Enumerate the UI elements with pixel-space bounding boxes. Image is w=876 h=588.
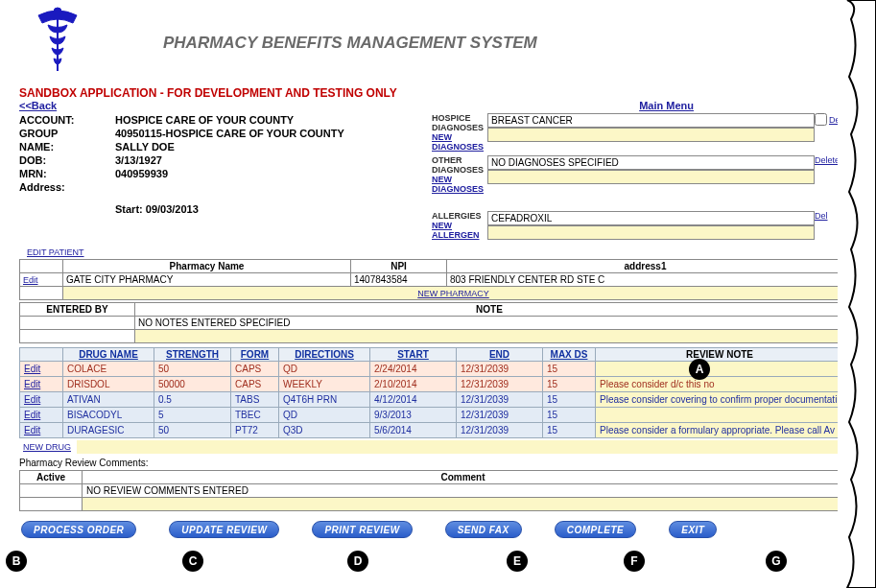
print-review-button[interactable]: PRINT REVIEW xyxy=(312,521,412,538)
pharmacy-addr-header: address1 xyxy=(447,260,844,273)
drug-strength: 5 xyxy=(154,408,231,423)
drug-table: DRUG NAME STRENGTH FORM DIRECTIONS START… xyxy=(19,347,844,438)
drug-form: TABS xyxy=(231,392,279,408)
callout-b: B xyxy=(6,551,27,572)
drug-maxds: 15 xyxy=(543,392,596,408)
name-value: SALLY DOE xyxy=(115,141,175,153)
allergies-empty xyxy=(487,225,815,240)
drug-row: EditCOLACE50CAPSQD2/24/201412/31/203915 xyxy=(20,362,844,377)
allergies-label: ALLERGIES xyxy=(432,211,482,221)
drug-end: 12/31/2039 xyxy=(457,408,543,423)
other-dx-label: OTHER DIAGNOSES xyxy=(432,155,484,175)
pharmacy-table: Pharmacy Name NPI address1 Edit GATE CIT… xyxy=(19,259,844,300)
other-dx-value: NO DIAGNOSES SPECIFIED xyxy=(487,155,815,170)
notes-none: NO NOTES ENTERED SPECIFIED xyxy=(135,317,844,330)
new-other-dx-link[interactable]: NEW DIAGNOSES xyxy=(432,175,484,194)
exit-button[interactable]: EXIT xyxy=(669,521,717,538)
send-fax-button[interactable]: SEND FAX xyxy=(445,521,522,538)
edit-patient-link[interactable]: EDIT PATIENT xyxy=(27,247,84,257)
notes-table: ENTERED BY NOTE NO NOTES ENTERED SPECIFI… xyxy=(19,302,844,343)
strength-header[interactable]: STRENGTH xyxy=(166,349,219,360)
new-drug-link[interactable]: NEW DRUG xyxy=(23,442,71,452)
drug-edit-link[interactable]: Edit xyxy=(24,379,40,389)
drug-start: 2/10/2014 xyxy=(370,377,457,392)
drug-review-note: Please consider a formulary appropriate.… xyxy=(596,423,844,438)
other-dx-delete[interactable]: Delete xyxy=(815,155,840,165)
directions-header[interactable]: DIRECTIONS xyxy=(295,349,354,360)
drug-directions: QD xyxy=(279,362,370,377)
callout-g: G xyxy=(766,551,787,572)
process-order-button[interactable]: PROCESS ORDER xyxy=(21,521,136,538)
new-drug-input[interactable] xyxy=(77,440,853,454)
form-header[interactable]: FORM xyxy=(241,349,269,360)
hospice-dx-checkbox[interactable] xyxy=(815,113,827,126)
drug-form: CAPS xyxy=(231,377,279,392)
system-title: PHARMACY BENEFITS MANAGEMENT SYSTEM xyxy=(163,34,537,53)
start-date: Start: 09/03/2013 xyxy=(115,203,199,215)
drug-directions: Q3D xyxy=(279,423,370,438)
comment-header: Comment xyxy=(83,471,844,484)
drug-review-note: Please consider d/c this no xyxy=(596,377,844,392)
comments-table: Active Comment NO REVIEW COMMENTS ENTERE… xyxy=(19,470,844,511)
pharmacy-npi-value: 1407843584 xyxy=(351,273,447,287)
complete-button[interactable]: COMPLETE xyxy=(555,521,637,538)
drug-strength: 50 xyxy=(154,362,231,377)
drug-name: DRISDOL xyxy=(63,377,154,392)
drug-name: BISACODYL xyxy=(63,408,154,423)
allergies-value: CEFADROXIL xyxy=(487,211,815,225)
group-label: GROUP xyxy=(19,128,115,139)
end-header[interactable]: END xyxy=(489,349,509,360)
drug-strength: 0.5 xyxy=(154,392,231,408)
drug-start: 4/12/2014 xyxy=(370,392,457,408)
drug-review-note xyxy=(596,362,844,377)
new-pharmacy-link[interactable]: NEW PHARMACY xyxy=(417,289,489,298)
callout-e: E xyxy=(507,551,528,572)
drug-edit-link[interactable]: Edit xyxy=(24,425,40,435)
drug-maxds: 15 xyxy=(543,408,596,423)
back-link[interactable]: <<Back xyxy=(19,100,57,111)
max-ds-header[interactable]: MAX DS xyxy=(551,349,588,360)
drug-edit-link[interactable]: Edit xyxy=(24,364,40,374)
drug-form: TBEC xyxy=(231,408,279,423)
comments-none: NO REVIEW COMMENTS ENTERED xyxy=(83,484,844,498)
mrn-label: MRN: xyxy=(19,168,115,179)
drug-directions: QD xyxy=(279,408,370,423)
allergies-delete[interactable]: Del xyxy=(815,211,828,221)
pharmacy-addr-value: 803 FRIENDLY CENTER RD STE C xyxy=(447,273,844,287)
caduceus-logo xyxy=(29,4,86,82)
drug-start: 2/24/2014 xyxy=(370,362,457,377)
group-value: 40950115-HOSPICE CARE OF YOUR COUNTY xyxy=(115,128,344,139)
drug-end: 12/31/2039 xyxy=(457,392,543,408)
review-comments-title: Pharmacy Review Comments: xyxy=(0,456,876,468)
dob-label: DOB: xyxy=(19,154,115,166)
hospice-dx-empty xyxy=(487,128,815,142)
drug-maxds: 15 xyxy=(543,362,596,377)
mrn-value: 040959939 xyxy=(115,168,168,179)
drug-review-note: Please consider covering to confirm prop… xyxy=(596,392,844,408)
callout-f: F xyxy=(624,551,645,572)
drug-edit-link[interactable]: Edit xyxy=(24,410,40,420)
drug-maxds: 15 xyxy=(543,423,596,438)
main-menu-link[interactable]: Main Menu xyxy=(639,100,694,111)
drug-end: 12/31/2039 xyxy=(457,423,543,438)
callout-d: D xyxy=(347,551,368,572)
address-label: Address: xyxy=(19,181,115,193)
drug-end: 12/31/2039 xyxy=(457,377,543,392)
drug-row: EditATIVAN0.5TABSQ4T6H PRN4/12/201412/31… xyxy=(20,392,844,408)
new-hospice-dx-link[interactable]: NEW DIAGNOSES xyxy=(432,132,484,152)
drug-edit-link[interactable]: Edit xyxy=(24,394,40,405)
drug-name-header[interactable]: DRUG NAME xyxy=(79,349,138,360)
update-review-button[interactable]: UPDATE REVIEW xyxy=(169,521,279,538)
start-header[interactable]: START xyxy=(397,349,429,360)
drug-form: CAPS xyxy=(231,362,279,377)
drug-row: EditDURAGESIC50PT72Q3D5/6/201412/31/2039… xyxy=(20,423,844,438)
other-dx-empty xyxy=(487,170,815,184)
pharmacy-edit-link[interactable]: Edit xyxy=(23,275,38,285)
drug-name: DURAGESIC xyxy=(63,423,154,438)
new-allergen-link[interactable]: NEW ALLERGEN xyxy=(432,221,480,240)
drug-directions: WEEKLY xyxy=(279,377,370,392)
pharmacy-name-header: Pharmacy Name xyxy=(63,260,351,273)
note-header: NOTE xyxy=(135,303,844,317)
drug-row: EditDRISDOL50000CAPSWEEKLY2/10/201412/31… xyxy=(20,377,844,392)
drug-end: 12/31/2039 xyxy=(457,362,543,377)
